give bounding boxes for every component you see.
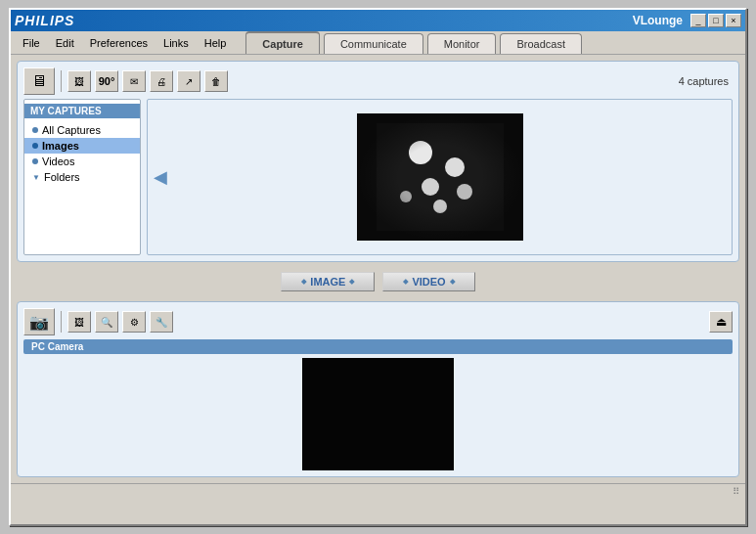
arrow-icon: ▼ bbox=[32, 173, 40, 182]
menu-file[interactable]: File bbox=[15, 35, 48, 51]
camera-title: PC Camera bbox=[23, 339, 733, 354]
statusbar: ⠿ bbox=[11, 483, 745, 499]
captures-count: 4 captures bbox=[679, 75, 729, 87]
bullet-icon bbox=[32, 143, 38, 149]
menu-help[interactable]: Help bbox=[197, 35, 235, 51]
eject-button[interactable]: ⏏ bbox=[709, 311, 733, 333]
tab-capture[interactable]: Capture bbox=[245, 31, 320, 54]
adjust-button[interactable]: 🔧 bbox=[150, 311, 173, 333]
sidebar-item-images[interactable]: Images bbox=[24, 138, 140, 154]
capture-view-button[interactable]: 🖼 bbox=[67, 311, 91, 333]
monitor-icon-button[interactable]: 🖥 bbox=[23, 67, 55, 95]
content-area: 🖥 🖼 90° ✉ 🖨 ↗ 🗑 4 captures MY CAPTURES bbox=[11, 55, 745, 483]
email-button[interactable]: ✉ bbox=[122, 70, 146, 92]
video-mode-button[interactable]: VIDEO bbox=[382, 272, 474, 291]
image-preview-area: ◀ bbox=[147, 99, 733, 255]
upper-panel: 🖥 🖼 90° ✉ 🖨 ↗ 🗑 4 captures MY CAPTURES bbox=[17, 61, 739, 262]
sidebar-item-folders[interactable]: ▼ Folders bbox=[24, 169, 140, 185]
camera-preview-container bbox=[23, 358, 733, 470]
tab-broadcast[interactable]: Broadcast bbox=[500, 33, 582, 54]
minimize-button[interactable]: _ bbox=[690, 14, 706, 27]
main-window: PHILIPS VLounge _ □ × File Edit Preferen… bbox=[9, 8, 747, 526]
menu-edit[interactable]: Edit bbox=[48, 35, 82, 51]
app-title: VLounge bbox=[633, 14, 683, 27]
menu-links[interactable]: Links bbox=[156, 35, 197, 51]
upper-toolbar: 🖥 🖼 90° ✉ 🖨 ↗ 🗑 4 captures bbox=[23, 67, 733, 95]
export-button[interactable]: ↗ bbox=[177, 70, 200, 92]
captures-sidebar: MY CAPTURES All Captures Images Videos bbox=[23, 99, 141, 255]
rotate-button[interactable]: 90° bbox=[95, 70, 118, 92]
bullet-icon bbox=[32, 158, 38, 164]
menubar: File Edit Preferences Links Help Capture… bbox=[11, 31, 745, 55]
capture-image bbox=[357, 113, 523, 241]
logo-area: PHILIPS bbox=[15, 13, 74, 28]
print-button[interactable]: 🖨 bbox=[150, 70, 173, 92]
mode-button-bar: IMAGE VIDEO bbox=[17, 268, 739, 295]
close-button[interactable]: × bbox=[726, 14, 741, 27]
lower-panel: 📷 🖼 🔍 ⚙ 🔧 ⏏ PC Camera bbox=[17, 301, 739, 477]
lower-toolbar: 📷 🖼 🔍 ⚙ 🔧 ⏏ bbox=[23, 308, 733, 335]
brand-name: PHILIPS bbox=[15, 13, 74, 28]
zoom-button[interactable]: 🔍 bbox=[95, 311, 118, 333]
titlebar: PHILIPS VLounge _ □ × bbox=[11, 10, 745, 31]
image-mode-button[interactable]: IMAGE bbox=[281, 272, 375, 291]
tab-communicate[interactable]: Communicate bbox=[324, 33, 423, 54]
camera-icon-button[interactable]: 📷 bbox=[23, 308, 55, 335]
maximize-button[interactable]: □ bbox=[708, 14, 724, 27]
delete-button[interactable]: 🗑 bbox=[204, 70, 228, 92]
sidebar-item-all-captures[interactable]: All Captures bbox=[24, 122, 140, 138]
upper-panel-body: MY CAPTURES All Captures Images Videos bbox=[23, 99, 733, 255]
resize-grip[interactable]: ⠿ bbox=[730, 486, 741, 498]
sidebar-title: MY CAPTURES bbox=[24, 104, 140, 118]
svg-rect-8 bbox=[357, 113, 523, 241]
settings-button[interactable]: ⚙ bbox=[122, 311, 146, 333]
menu-preferences[interactable]: Preferences bbox=[82, 35, 156, 51]
window-controls: _ □ × bbox=[690, 14, 741, 27]
tab-monitor[interactable]: Monitor bbox=[427, 33, 497, 54]
bullet-icon bbox=[32, 127, 38, 133]
sidebar-item-videos[interactable]: Videos bbox=[24, 154, 140, 169]
view-image-button[interactable]: 🖼 bbox=[67, 70, 91, 92]
prev-arrow-button[interactable]: ◀ bbox=[154, 166, 167, 188]
camera-preview bbox=[302, 358, 454, 470]
